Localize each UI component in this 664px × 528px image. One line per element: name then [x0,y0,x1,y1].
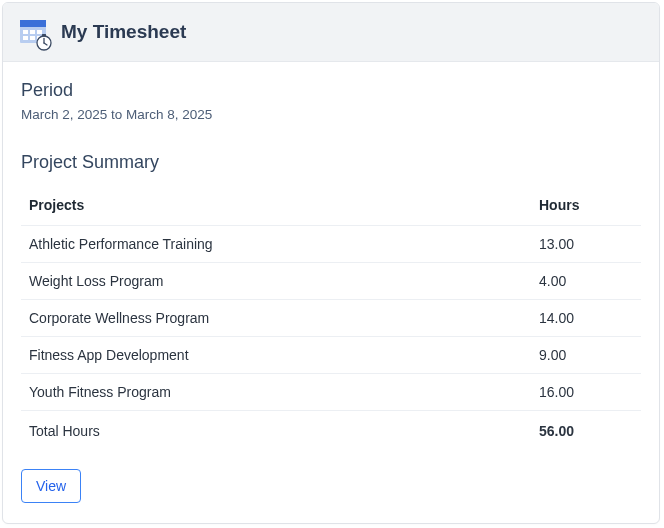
period-label: Period [21,80,641,101]
project-name: Fitness App Development [21,337,531,374]
svg-rect-5 [23,36,28,40]
project-hours: 16.00 [531,374,641,411]
timesheet-card: My Timesheet Period March 2, 2025 to Mar… [2,2,660,524]
stopwatch-icon [35,33,53,51]
project-name: Weight Loss Program [21,263,531,300]
project-hours: 9.00 [531,337,641,374]
table-row: Fitness App Development9.00 [21,337,641,374]
table-row: Youth Fitness Program16.00 [21,374,641,411]
table-row: Corporate Wellness Program14.00 [21,300,641,337]
card-header: My Timesheet [3,3,659,62]
project-name: Youth Fitness Program [21,374,531,411]
project-summary-table: Projects Hours Athletic Performance Trai… [21,187,641,451]
col-header-projects: Projects [21,187,531,226]
project-hours: 14.00 [531,300,641,337]
total-hours-label: Total Hours [21,411,531,452]
page-title: My Timesheet [61,21,186,43]
svg-rect-1 [20,20,46,27]
card-body: Period March 2, 2025 to March 8, 2025 Pr… [3,62,659,523]
project-name: Corporate Wellness Program [21,300,531,337]
project-summary-title: Project Summary [21,152,641,173]
total-hours-value: 56.00 [531,411,641,452]
view-button[interactable]: View [21,469,81,503]
project-hours: 13.00 [531,226,641,263]
project-hours: 4.00 [531,263,641,300]
period-text: March 2, 2025 to March 8, 2025 [21,107,641,122]
svg-rect-2 [23,30,28,34]
timesheet-icon [19,17,49,47]
col-header-hours: Hours [531,187,641,226]
table-row: Athletic Performance Training13.00 [21,226,641,263]
project-name: Athletic Performance Training [21,226,531,263]
table-row: Weight Loss Program4.00 [21,263,641,300]
